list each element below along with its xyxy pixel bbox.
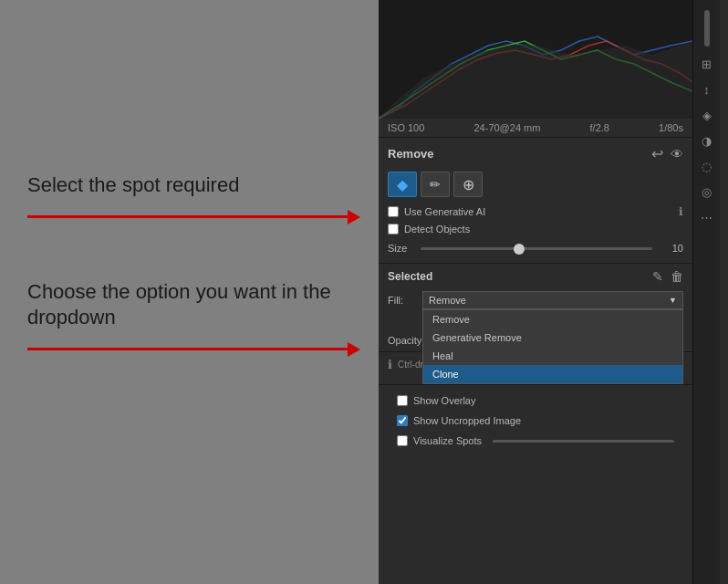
generative-ai-checkbox[interactable] bbox=[388, 206, 399, 217]
show-uncropped-label: Show Uncropped Image bbox=[413, 415, 521, 426]
show-overlay-label: Show Overlay bbox=[413, 395, 475, 406]
histogram bbox=[379, 0, 692, 119]
arrow-1 bbox=[27, 210, 360, 224]
generative-ai-row: Use Generative AI ℹ bbox=[379, 203, 692, 221]
visualize-spots-checkbox[interactable] bbox=[397, 435, 408, 446]
annotation-text-1: Select the spot required bbox=[27, 172, 360, 199]
eye-icon[interactable]: 👁 bbox=[671, 147, 683, 162]
iso-label: ISO 100 bbox=[388, 122, 424, 133]
fill-option-clone[interactable]: Clone bbox=[423, 365, 682, 383]
fill-dropdown-container: Remove ▼ Remove Generative Remove Heal C… bbox=[422, 291, 683, 309]
lens-label: 24-70@24 mm bbox=[473, 122, 540, 133]
fill-option-remove[interactable]: Remove bbox=[423, 310, 682, 328]
detect-objects-checkbox[interactable] bbox=[388, 224, 399, 235]
annotation-panel: Select the spot required Choose the opti… bbox=[0, 0, 379, 584]
remove-header-icons: ↩ 👁 bbox=[651, 145, 683, 162]
fill-select[interactable]: Remove ▼ bbox=[422, 291, 683, 309]
annotation-group-1: Select the spot required bbox=[27, 172, 360, 224]
main-panel: ISO 100 24-70@24 mm f/2.8 1/80s Remove ↩… bbox=[379, 0, 692, 584]
visualize-slider[interactable] bbox=[493, 440, 674, 443]
pencil-icon[interactable]: ✎ bbox=[652, 269, 663, 284]
annotation-group-2: Choose the option you want in the dropdo… bbox=[27, 279, 360, 357]
eye-panel-icon[interactable]: ◎ bbox=[697, 182, 717, 202]
brush-icon: ✏ bbox=[430, 177, 441, 192]
show-uncropped-checkbox[interactable] bbox=[397, 415, 408, 426]
size-value: 10 bbox=[658, 243, 683, 254]
fill-row: Fill: Remove ▼ Remove Generative Remove … bbox=[379, 287, 692, 313]
tool-row: ◆ ✏ ⊕ bbox=[379, 166, 692, 203]
healing-icon[interactable]: ◈ bbox=[697, 105, 717, 125]
remove-title: Remove bbox=[388, 147, 434, 161]
info-circle-icon: ℹ bbox=[388, 358, 392, 371]
stamp-icon: ⊕ bbox=[463, 176, 474, 193]
selected-label: Selected bbox=[388, 270, 432, 283]
remove-section-header: Remove ↩ 👁 bbox=[379, 138, 692, 166]
heal-tool-btn[interactable]: ◆ bbox=[388, 172, 417, 197]
opacity-label: Opacity bbox=[388, 335, 421, 346]
show-uncropped-row: Show Uncropped Image bbox=[388, 412, 683, 429]
far-right-panel: ⊞ ↕ ◈ ◑ ◌ ◎ ⋯ bbox=[692, 0, 720, 584]
fill-label: Fill: bbox=[388, 295, 415, 306]
trash-icon[interactable]: 🗑 bbox=[671, 269, 683, 284]
fill-current-value: Remove bbox=[429, 295, 466, 306]
detect-objects-label: Detect Objects bbox=[404, 224, 470, 235]
show-overlay-checkbox[interactable] bbox=[397, 395, 408, 406]
arrow-head-2 bbox=[348, 342, 360, 357]
generative-ai-label: Use Generative AI bbox=[404, 206, 485, 217]
fill-dropdown-list: Remove Generative Remove Heal Clone bbox=[422, 309, 683, 384]
scroll-thumb[interactable] bbox=[704, 10, 710, 47]
show-overlay-row: Show Overlay bbox=[388, 392, 683, 409]
overlay-section: Show Overlay Show Uncropped Image Visual… bbox=[379, 384, 692, 456]
fill-option-generative-remove[interactable]: Generative Remove bbox=[423, 328, 682, 347]
size-label: Size bbox=[388, 243, 415, 254]
arrow-head-1 bbox=[348, 210, 360, 224]
arrow-line-body-1 bbox=[27, 215, 348, 218]
info-icon[interactable]: ℹ bbox=[679, 205, 683, 218]
annotation-text-2: Choose the option you want in the dropdo… bbox=[27, 279, 360, 331]
selected-section: Selected ✎ 🗑 bbox=[379, 263, 692, 287]
right-panel: ISO 100 24-70@24 mm f/2.8 1/80s Remove ↩… bbox=[379, 0, 728, 584]
selected-actions: ✎ 🗑 bbox=[652, 269, 683, 284]
grid-icon[interactable]: ⊞ bbox=[697, 54, 717, 74]
size-slider-thumb[interactable] bbox=[514, 244, 525, 255]
shutter-label: 1/80s bbox=[659, 122, 683, 133]
size-slider-row: Size 10 bbox=[379, 237, 692, 259]
heal-icon: ◆ bbox=[397, 176, 408, 193]
stamp-tool-btn[interactable]: ⊕ bbox=[453, 172, 483, 197]
visualize-spots-row: Visualize Spots bbox=[388, 433, 683, 449]
brush-tool-btn[interactable]: ✏ bbox=[421, 172, 450, 197]
visualize-spots-label: Visualize Spots bbox=[413, 435, 482, 446]
dots-icon[interactable]: ⋯ bbox=[697, 207, 717, 227]
camera-info-bar: ISO 100 24-70@24 mm f/2.8 1/80s bbox=[379, 119, 692, 138]
mask-icon[interactable]: ◑ bbox=[697, 130, 717, 151]
aperture-label: f/2.8 bbox=[590, 122, 609, 133]
curve-icon[interactable]: ◌ bbox=[697, 156, 717, 176]
fill-dropdown-arrow: ▼ bbox=[669, 296, 677, 305]
size-slider-track[interactable] bbox=[421, 247, 652, 250]
arrow-line-body-2 bbox=[27, 348, 348, 350]
fill-option-heal[interactable]: Heal bbox=[423, 347, 682, 365]
detect-objects-row: Detect Objects bbox=[379, 221, 692, 237]
undo-icon[interactable]: ↩ bbox=[651, 145, 663, 162]
arrow-2 bbox=[27, 342, 360, 357]
transform-icon[interactable]: ↕ bbox=[697, 79, 717, 99]
